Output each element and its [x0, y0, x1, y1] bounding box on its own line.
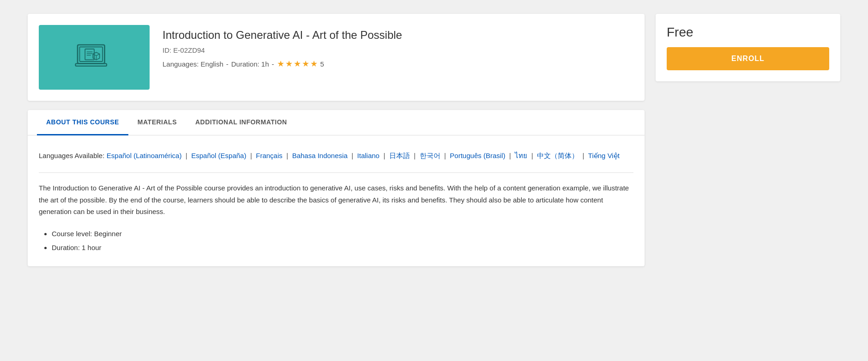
tab-additional[interactable]: ADDITIONAL INFORMATION — [186, 110, 296, 135]
svg-rect-0 — [78, 45, 105, 64]
tabs-card: ABOUT THIS COURSE MATERIALS ADDITIONAL I… — [28, 110, 645, 266]
language-link-id[interactable]: Bahasa Indonesia — [292, 152, 348, 159]
lang-sep-3: | — [286, 152, 288, 159]
lang-sep-2: | — [250, 152, 252, 159]
language-link-es-es[interactable]: Español (España) — [191, 152, 246, 159]
tabs-nav: ABOUT THIS COURSE MATERIALS ADDITIONAL I… — [28, 110, 645, 135]
rating-count: 5 — [320, 60, 324, 68]
course-title: Introduction to Generative AI - Art of t… — [163, 29, 402, 42]
course-info: Introduction to Generative AI - Art of t… — [163, 25, 402, 69]
lang-sep-9: | — [531, 152, 533, 159]
course-header-card: Introduction to Generative AI - Art of t… — [28, 14, 645, 101]
sidebar: Free ENROLL — [656, 14, 840, 266]
tab-about[interactable]: ABOUT THIS COURSE — [37, 110, 128, 135]
course-id: ID: E-02ZD94 — [163, 46, 402, 54]
language-link-it[interactable]: Italiano — [357, 152, 380, 159]
lang-sep-1: | — [186, 152, 187, 159]
star-3: ★ — [294, 59, 301, 69]
enroll-button[interactable]: ENROLL — [667, 47, 829, 70]
language-link-th[interactable]: ไทย — [515, 152, 527, 159]
language-link-vi[interactable]: Tiếng Việt — [588, 152, 620, 159]
languages-row: Languages Available: Español (Latinoamér… — [39, 148, 633, 163]
language-link-zh[interactable]: 中文（简体） — [537, 152, 579, 159]
lang-sep-8: | — [509, 152, 511, 159]
list-item-duration: Duration: 1 hour — [52, 243, 633, 253]
duration-label: Duration: 1h — [231, 60, 269, 68]
lang-sep-10: | — [582, 152, 584, 159]
lang-sep-6: | — [414, 152, 416, 159]
languages-label: Languages: English — [163, 60, 223, 68]
language-link-ko[interactable]: 한국어 — [420, 152, 440, 159]
star-4: ★ — [302, 59, 309, 69]
meta-separator-1: - — [226, 60, 229, 68]
lang-sep-7: | — [444, 152, 446, 159]
star-rating: ★ ★ ★ ★ ★ — [277, 59, 318, 69]
svg-line-9 — [96, 54, 100, 56]
course-thumbnail — [39, 25, 150, 90]
course-details-list: Course level: Beginner Duration: 1 hour — [39, 229, 633, 253]
star-1: ★ — [277, 59, 284, 69]
star-2: ★ — [285, 59, 293, 69]
languages-available-label: Languages Available: — [39, 152, 104, 159]
course-thumbnail-icon — [73, 37, 115, 78]
languages-section: Languages Available: Español (Latinoamér… — [39, 148, 633, 173]
star-5: ★ — [310, 59, 318, 69]
list-item-level: Course level: Beginner — [52, 229, 633, 239]
main-content: Introduction to Generative AI - Art of t… — [28, 14, 645, 266]
svg-rect-2 — [76, 64, 107, 66]
language-link-fr[interactable]: Français — [256, 152, 283, 159]
tab-content-about: Languages Available: Español (Latinoamér… — [28, 135, 645, 266]
course-meta: Languages: English - Duration: 1h - ★ ★ … — [163, 59, 402, 69]
course-description: The Introduction to Generative AI - Art … — [39, 182, 633, 218]
price-label: Free — [667, 25, 829, 40]
meta-separator-2: - — [272, 60, 274, 68]
pricing-card: Free ENROLL — [656, 14, 840, 81]
lang-sep-4: | — [351, 152, 353, 159]
language-link-es-lat[interactable]: Español (Latinoamérica) — [107, 152, 182, 159]
language-link-pt-br[interactable]: Português (Brasil) — [450, 152, 505, 159]
tab-materials[interactable]: MATERIALS — [128, 110, 186, 135]
lang-sep-5: | — [383, 152, 385, 159]
language-link-ja[interactable]: 日本語 — [389, 152, 410, 159]
